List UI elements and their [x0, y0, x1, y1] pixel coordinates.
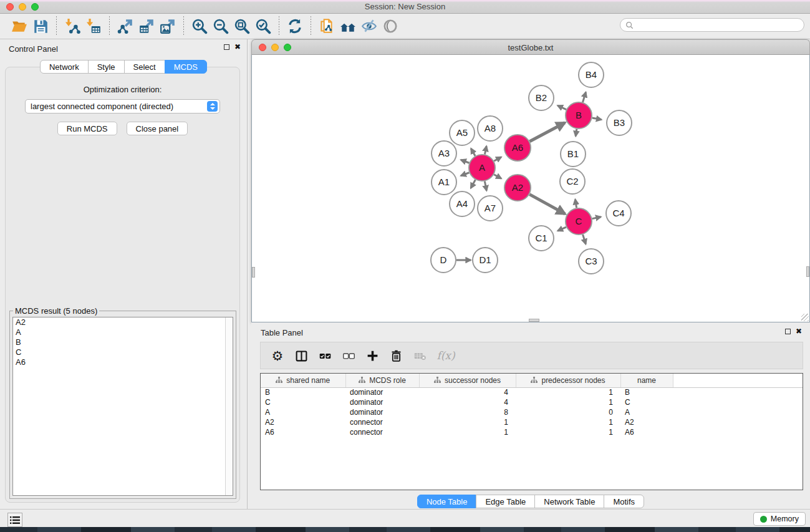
table-cell[interactable]: 4 — [419, 387, 516, 397]
network-canvas[interactable]: B4B2BB3A8A5A6A3B1AC2A1A2A4A7C4CC1DD1C3 — [251, 55, 810, 322]
graph-edge-B-B2[interactable] — [557, 105, 566, 109]
graph-edge-A2-C[interactable] — [529, 195, 565, 214]
graph-edge-B-B1[interactable] — [576, 129, 577, 137]
result-item[interactable]: B — [13, 337, 233, 347]
show-columns-button[interactable] — [289, 345, 313, 366]
graph-edge-B-B3[interactable] — [592, 118, 602, 120]
export-table-button[interactable] — [136, 16, 157, 36]
table-cell[interactable] — [673, 387, 803, 397]
graph-node-B3[interactable]: B3 — [607, 110, 632, 135]
table-cell[interactable]: C — [261, 397, 345, 407]
refresh-button[interactable] — [284, 16, 306, 36]
graph-node-B[interactable]: B — [566, 102, 592, 128]
graph-edge-A-A2[interactable] — [494, 175, 501, 179]
task-history-button[interactable] — [7, 513, 22, 527]
table-row[interactable]: Cdominator41C — [261, 397, 803, 407]
delete-table-button[interactable] — [408, 345, 432, 366]
zoom-in-button[interactable] — [189, 16, 210, 36]
graph-edge-A-A1[interactable] — [461, 173, 469, 176]
table-row[interactable]: Bdominator41B — [261, 387, 803, 397]
table-cell[interactable]: 1 — [516, 397, 620, 407]
function-builder-button[interactable]: f(x) — [432, 345, 460, 366]
table-cell[interactable]: dominator — [345, 407, 419, 417]
column-header-name[interactable]: name — [620, 374, 673, 387]
search-field[interactable] — [620, 18, 804, 32]
node-table[interactable]: shared nameMCDS rolesuccessor nodesprede… — [260, 373, 803, 490]
tab-style[interactable]: Style — [88, 60, 125, 74]
column-header-predecessor-nodes[interactable]: predecessor nodes — [516, 374, 620, 387]
table-cell[interactable] — [673, 427, 803, 437]
copy-network-button[interactable] — [316, 16, 337, 36]
graph-edge-A-A8[interactable] — [485, 146, 486, 154]
search-input[interactable] — [634, 21, 804, 29]
table-cell[interactable]: dominator — [345, 387, 419, 397]
hide-selected-button[interactable] — [359, 16, 380, 36]
graph-edge-A6-B[interactable] — [529, 123, 564, 142]
column-header-successor-nodes[interactable]: successor nodes — [419, 374, 516, 387]
table-cell[interactable]: B — [620, 387, 673, 397]
table-cell[interactable]: 1 — [516, 427, 620, 437]
table-cell[interactable]: connector — [345, 427, 419, 437]
run-mcds-button[interactable]: Run MCDS — [57, 122, 117, 135]
table-cell[interactable] — [673, 417, 803, 427]
table-cell[interactable]: B — [261, 387, 345, 397]
network-window-titlebar[interactable]: testGlobe.txt — [251, 39, 810, 55]
graph-edge-A-A6[interactable] — [494, 157, 501, 162]
graph-edge-A-A3[interactable] — [461, 160, 469, 163]
table-cell[interactable]: A2 — [261, 417, 345, 427]
column-header-MCDS-role[interactable]: MCDS role — [345, 374, 419, 387]
table-cell[interactable]: A6 — [261, 427, 345, 437]
table-cell[interactable]: 0 — [516, 407, 620, 417]
table-cell[interactable]: 8 — [419, 407, 516, 417]
graph-node-A3[interactable]: A3 — [432, 141, 456, 166]
tab-edge-table[interactable]: Edge Table — [476, 495, 535, 508]
table-cell[interactable] — [673, 407, 803, 417]
tab-network[interactable]: Network — [40, 60, 89, 74]
bottom-scroll-stub[interactable] — [529, 319, 539, 322]
close-table-panel-icon[interactable]: ✖ — [796, 329, 802, 334]
graph-edge-C-C1[interactable] — [557, 227, 566, 231]
table-cell[interactable]: 1 — [419, 417, 516, 427]
graph-node-D1[interactable]: D1 — [473, 248, 498, 273]
open-session-button[interactable] — [9, 16, 30, 36]
table-row[interactable]: A2connector11A2 — [261, 417, 803, 427]
table-cell[interactable]: A6 — [620, 427, 673, 437]
graph-node-C2[interactable]: C2 — [560, 169, 585, 194]
column-header-shared-name[interactable]: shared name — [261, 374, 345, 387]
homes-button[interactable] — [337, 16, 359, 36]
graph-node-A[interactable]: A — [469, 155, 495, 181]
result-item[interactable]: C — [13, 347, 233, 357]
graph-edge-C-C2[interactable] — [575, 200, 576, 208]
graph-node-A8[interactable]: A8 — [478, 116, 503, 141]
result-item[interactable]: A6 — [13, 357, 233, 367]
table-cell[interactable]: 1 — [419, 427, 516, 437]
tab-mcds[interactable]: MCDS — [165, 60, 207, 74]
close-panel-button[interactable]: Close panel — [127, 122, 188, 135]
table-cell[interactable]: A2 — [620, 417, 673, 427]
float-panel-icon[interactable] — [224, 44, 229, 50]
graph-node-A7[interactable]: A7 — [478, 196, 503, 221]
graph-node-B4[interactable]: B4 — [579, 62, 604, 87]
result-item[interactable]: A — [13, 327, 233, 337]
table-cell[interactable]: 4 — [419, 397, 516, 407]
result-item[interactable]: A2 — [13, 317, 233, 327]
graph-node-C1[interactable]: C1 — [529, 226, 554, 251]
graph-edge-A-A5[interactable] — [471, 148, 475, 156]
table-cell[interactable]: A — [620, 407, 673, 417]
graph-edge-C-C4[interactable] — [592, 217, 601, 219]
export-network-button[interactable] — [115, 16, 136, 36]
import-network-button[interactable] — [62, 16, 83, 36]
table-settings-button[interactable]: ⚙ — [266, 345, 289, 366]
tab-network-table[interactable]: Network Table — [534, 495, 604, 508]
graph-node-D[interactable]: D — [431, 248, 456, 273]
zoom-selected-button[interactable] — [253, 16, 274, 36]
memory-button[interactable]: Memory — [753, 512, 806, 526]
zoom-out-button[interactable] — [210, 16, 231, 36]
tab-node-table[interactable]: Node Table — [417, 495, 477, 508]
zoom-fit-button[interactable] — [231, 16, 253, 36]
table-cell[interactable]: connector — [345, 417, 419, 427]
graph-node-A1[interactable]: A1 — [432, 170, 456, 195]
export-image-button[interactable] — [157, 16, 178, 36]
graph-node-A5[interactable]: A5 — [450, 120, 475, 145]
graph-node-A2[interactable]: A2 — [504, 175, 531, 201]
